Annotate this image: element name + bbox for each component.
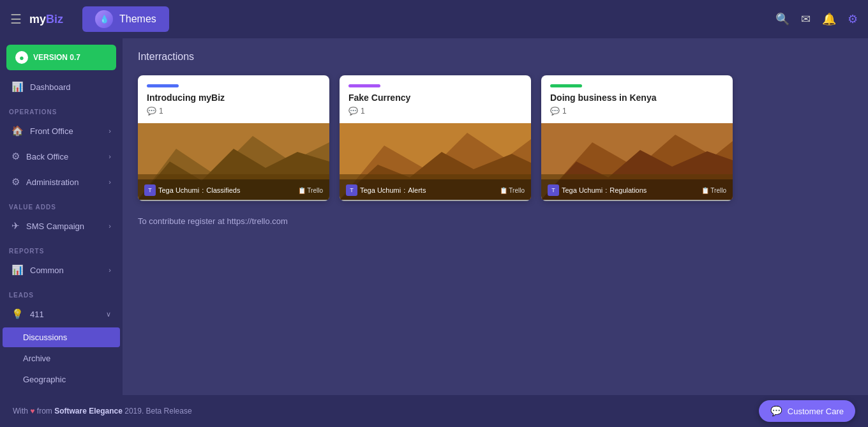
section-label-reports: REPORTS — [0, 239, 123, 257]
main-layout: ● VERSION 0.7 📊 Dashboard OPERATIONS 🏠 F… — [0, 38, 868, 395]
comment-icon-3: 💬 — [550, 107, 560, 116]
user-label-1: Tega Uchumi — [158, 186, 199, 194]
customer-care-label: Customer Care — [788, 407, 844, 416]
page-footer: With ♥ from Software Elegance 2019. Beta… — [0, 395, 868, 427]
card-comment-3: 💬 1 — [550, 107, 724, 116]
topbar-icons: 🔍 ✉ 🔔 ⚙ — [775, 12, 858, 26]
geographic-label: Geographic — [23, 375, 66, 384]
card-accent-1 — [147, 84, 179, 87]
contribute-text: To contribute register at https://trello… — [138, 216, 853, 226]
footer-prefix: With — [13, 407, 28, 416]
card-accent-3 — [550, 84, 582, 87]
mail-icon[interactable]: ✉ — [801, 12, 811, 26]
chat-icon: 💬 — [770, 405, 782, 417]
sidebar-item-dashboard[interactable]: 📊 Dashboard — [3, 75, 120, 99]
card-footer-2: T Tega Uchumi: Alerts 📋 Trello — [340, 179, 531, 201]
card-top-3: Doing business in Kenya 💬 1 — [541, 75, 733, 123]
card-title-3: Doing business in Kenya — [550, 93, 724, 103]
card-comment-2: 💬 1 — [348, 107, 522, 116]
sidebar-subitem-discussions[interactable]: Discussions — [3, 327, 120, 347]
card-title-1: Introducing myBiz — [147, 93, 320, 103]
avatar-1: T — [144, 184, 156, 196]
dashboard-icon: 📊 — [11, 81, 24, 93]
section-label-value-adds: VALUE ADDS — [0, 195, 123, 213]
avatar-2: T — [346, 184, 357, 196]
administration-icon: ⚙ — [11, 176, 20, 188]
sidebar-item-administration[interactable]: ⚙ Administration › — [3, 170, 120, 194]
chevron-right-icon-4: › — [108, 222, 111, 230]
section-title: Interractions — [138, 51, 853, 63]
customer-care-button[interactable]: 💬 Customer Care — [759, 400, 855, 422]
comment-count-2: 1 — [361, 107, 365, 116]
app-logo: myBiz — [29, 13, 63, 26]
comment-count-1: 1 — [159, 107, 163, 116]
sidebar-subitem-archive[interactable]: Archive — [3, 348, 120, 368]
gear-icon[interactable]: ⚙ — [848, 12, 858, 26]
sidebar-item-common[interactable]: 📊 Common › — [3, 258, 120, 282]
archive-label: Archive — [23, 354, 50, 363]
content-area: Interractions Introducing myBiz 💬 1 — [123, 38, 868, 395]
category-label-1: Classifieds — [206, 186, 240, 194]
sidebar: ● VERSION 0.7 📊 Dashboard OPERATIONS 🏠 F… — [0, 38, 123, 395]
chevron-right-icon-3: › — [108, 178, 111, 186]
back-office-icon: ⚙ — [11, 151, 20, 162]
version-label: VERSION 0.7 — [33, 53, 80, 62]
sms-campaign-icon: ✈ — [11, 220, 20, 232]
sidebar-dashboard-label: Dashboard — [30, 82, 71, 92]
cards-row: Introducing myBiz 💬 1 T — [138, 75, 853, 201]
chevron-right-icon-2: › — [108, 153, 111, 160]
card-fake-currency: Fake Currency 💬 1 T — [340, 75, 531, 201]
411-icon: 💡 — [11, 308, 24, 320]
sidebar-subitem-geographic[interactable]: Geographic — [3, 370, 120, 389]
user-label-3: Tega Uchumi — [562, 186, 602, 194]
administration-label: Administration — [26, 177, 79, 187]
active-tab-themes[interactable]: 💧 Themes — [82, 6, 169, 32]
bell-icon[interactable]: 🔔 — [822, 12, 836, 26]
section-label-leads: LEADS — [0, 283, 123, 301]
card-accent-2 — [348, 84, 380, 87]
github-icon: ● — [15, 51, 28, 64]
chevron-down-icon: ∨ — [106, 310, 111, 318]
card-introducing-mybiz: Introducing myBiz 💬 1 T — [138, 75, 329, 201]
chevron-right-icon: › — [108, 127, 111, 135]
card-comment-1: 💬 1 — [147, 107, 320, 116]
footer-middle: from — [37, 407, 52, 416]
topbar: ☰ myBiz 💧 Themes 🔍 ✉ 🔔 ⚙ — [0, 0, 868, 38]
card-user-2: T Tega Uchumi: Alerts — [346, 184, 426, 196]
card-user-1: T Tega Uchumi: Classifieds — [144, 184, 240, 196]
front-office-icon: 🏠 — [11, 125, 24, 137]
sidebar-item-411[interactable]: 💡 411 ∨ — [3, 302, 120, 326]
section-label-operations: OPERATIONS — [0, 100, 123, 118]
footer-heart: ♥ — [30, 407, 34, 416]
category-label-2: Alerts — [408, 186, 426, 194]
discussions-label: Discussions — [23, 333, 67, 342]
version-button[interactable]: ● VERSION 0.7 — [6, 45, 116, 70]
card-user-3: T Tega Uchumi: Regulations — [548, 184, 647, 196]
card-title-2: Fake Currency — [348, 93, 522, 103]
search-icon[interactable]: 🔍 — [775, 12, 789, 26]
sidebar-item-help[interactable]: ❓ Help — [3, 391, 120, 395]
common-icon: 📊 — [11, 264, 24, 276]
sidebar-item-sms-campaign[interactable]: ✈ SMS Campaign › — [3, 214, 120, 238]
active-tab-label: Themes — [119, 13, 156, 25]
hamburger-icon[interactable]: ☰ — [10, 11, 22, 27]
common-label: Common — [30, 266, 64, 275]
card-doing-business-kenya: Doing business in Kenya 💬 1 — [541, 75, 733, 201]
sidebar-item-back-office[interactable]: ⚙ Back Office › — [3, 144, 120, 169]
chevron-right-icon-5: › — [108, 266, 111, 274]
411-label: 411 — [30, 310, 44, 319]
front-office-label: Front Office — [30, 126, 73, 136]
comment-count-3: 1 — [562, 107, 567, 116]
card-top-1: Introducing myBiz 💬 1 — [138, 75, 329, 123]
themes-drop-icon: 💧 — [95, 10, 113, 28]
avatar-3: T — [548, 184, 559, 196]
user-label-2: Tega Uchumi — [360, 186, 401, 194]
card-footer-1: T Tega Uchumi: Classifieds 📋 Trello — [138, 179, 329, 201]
footer-text: With ♥ from Software Elegance 2019. Beta… — [13, 407, 192, 416]
category-label-3: Regulations — [610, 186, 647, 194]
footer-brand: Software Elegance — [54, 407, 123, 416]
sidebar-item-front-office[interactable]: 🏠 Front Office › — [3, 119, 120, 143]
back-office-label: Back Office — [26, 152, 68, 161]
comment-icon-2: 💬 — [348, 107, 358, 116]
comment-icon-1: 💬 — [147, 107, 156, 116]
